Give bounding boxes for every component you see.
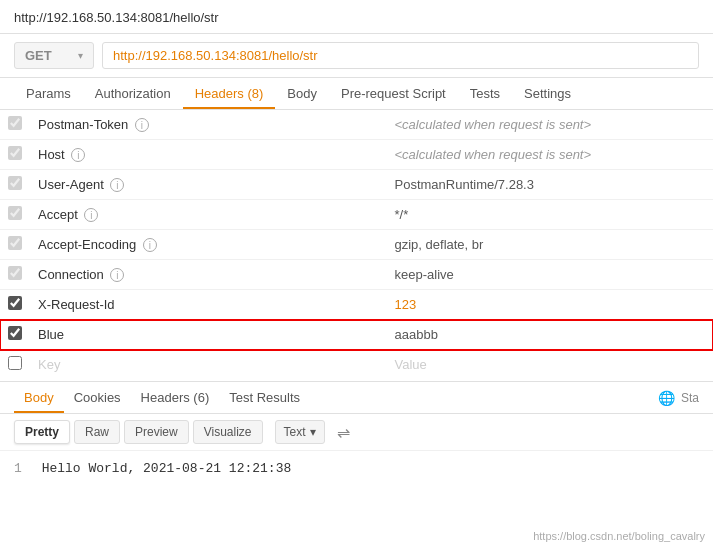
format-btn-preview[interactable]: Preview [124, 420, 189, 444]
headers-table: Postman-Token i <calculated when request… [0, 110, 713, 379]
wrap-icon[interactable]: ⇌ [337, 423, 350, 442]
header-checkbox-new[interactable] [8, 356, 22, 370]
format-btn-raw[interactable]: Raw [74, 420, 120, 444]
table-row: Host i <calculated when request is sent> [0, 140, 713, 170]
line-number: 1 [14, 461, 22, 476]
header-checkbox-5[interactable] [8, 266, 22, 280]
status-text: Sta [681, 391, 699, 405]
table-row-placeholder: Key Value [0, 350, 713, 380]
header-checkbox-0[interactable] [8, 116, 22, 130]
response-section: Body Cookies Headers (6) Test Results 🌐 … [0, 381, 713, 486]
response-tabs-row: Body Cookies Headers (6) Test Results 🌐 … [0, 382, 713, 414]
request-line: GET ▾ [0, 34, 713, 78]
globe-icon: 🌐 [658, 390, 675, 406]
header-checkbox-6[interactable] [8, 296, 22, 310]
tab-pre-request-script[interactable]: Pre-request Script [329, 78, 458, 109]
header-value-6: 123 [387, 290, 714, 320]
method-chevron-icon: ▾ [78, 50, 83, 61]
format-type-select[interactable]: Text ▾ [275, 420, 325, 444]
tab-settings[interactable]: Settings [512, 78, 583, 109]
checkbox-cell [0, 110, 30, 140]
response-body: 1 Hello World, 2021-08-21 12:21:38 [0, 451, 713, 486]
info-icon-4[interactable]: i [143, 238, 157, 252]
response-tab-body[interactable]: Body [14, 382, 64, 413]
info-icon-5[interactable]: i [110, 268, 124, 282]
header-value-4: gzip, deflate, br [387, 230, 714, 260]
table-row-highlighted: Blue aaabbb [0, 320, 713, 350]
method-select[interactable]: GET ▾ [14, 42, 94, 69]
request-tabs-row: Params Authorization Headers (8) Body Pr… [0, 78, 713, 110]
url-input[interactable] [102, 42, 699, 69]
table-row: Connection i keep-alive [0, 260, 713, 290]
response-status-right: 🌐 Sta [658, 390, 699, 406]
table-row: Postman-Token i <calculated when request… [0, 110, 713, 140]
header-checkbox-4[interactable] [8, 236, 22, 250]
placeholder-value[interactable]: Value [387, 350, 714, 380]
response-tab-headers[interactable]: Headers (6) [131, 382, 220, 413]
table-row: Accept-Encoding i gzip, deflate, br [0, 230, 713, 260]
table-row: X-Request-Id 123 [0, 290, 713, 320]
response-tabs-left: Body Cookies Headers (6) Test Results [14, 382, 310, 413]
header-value-7: aaabbb [387, 320, 714, 350]
response-tab-cookies[interactable]: Cookies [64, 382, 131, 413]
format-chevron-icon: ▾ [310, 425, 316, 439]
header-checkbox-7[interactable] [8, 326, 22, 340]
tab-headers[interactable]: Headers (8) [183, 78, 276, 109]
info-icon-0[interactable]: i [135, 118, 149, 132]
tab-params[interactable]: Params [14, 78, 83, 109]
top-url-text: http://192.168.50.134:8081/hello/str [14, 10, 219, 25]
format-btn-pretty[interactable]: Pretty [14, 420, 70, 444]
table-row: User-Agent i PostmanRuntime/7.28.3 [0, 170, 713, 200]
header-checkbox-2[interactable] [8, 176, 22, 190]
top-url-bar: http://192.168.50.134:8081/hello/str [0, 0, 713, 34]
header-checkbox-3[interactable] [8, 206, 22, 220]
placeholder-key[interactable]: Key [30, 350, 387, 380]
tab-authorization[interactable]: Authorization [83, 78, 183, 109]
header-value-2: PostmanRuntime/7.28.3 [387, 170, 714, 200]
header-value-1: <calculated when request is sent> [387, 140, 714, 170]
watermark: https://blog.csdn.net/boling_cavalry [533, 530, 705, 542]
info-icon-1[interactable]: i [71, 148, 85, 162]
method-text: GET [25, 48, 52, 63]
response-content: Hello World, 2021-08-21 12:21:38 [42, 461, 292, 476]
header-key-0: Postman-Token i [30, 110, 387, 140]
tab-tests[interactable]: Tests [458, 78, 512, 109]
tab-body[interactable]: Body [275, 78, 329, 109]
header-value-5: keep-alive [387, 260, 714, 290]
response-tab-test-results[interactable]: Test Results [219, 382, 310, 413]
table-row: Accept i */* [0, 200, 713, 230]
format-btn-visualize[interactable]: Visualize [193, 420, 263, 444]
info-icon-3[interactable]: i [84, 208, 98, 222]
header-checkbox-1[interactable] [8, 146, 22, 160]
info-icon-2[interactable]: i [110, 178, 124, 192]
header-value-3: */* [387, 200, 714, 230]
header-value-0: <calculated when request is sent> [387, 110, 714, 140]
format-type-label: Text [284, 425, 306, 439]
format-bar: Pretty Raw Preview Visualize Text ▾ ⇌ [0, 414, 713, 451]
